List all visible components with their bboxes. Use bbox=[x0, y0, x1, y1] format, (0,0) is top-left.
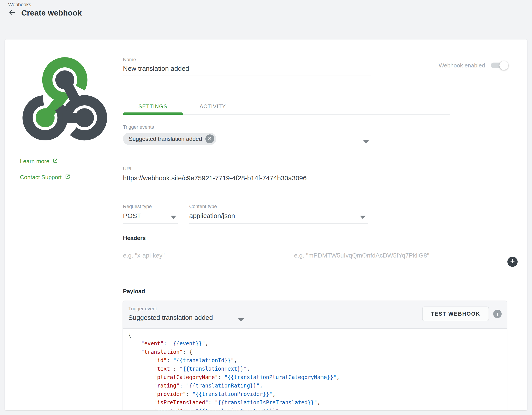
contact-support-link[interactable]: Contact Support bbox=[20, 174, 70, 181]
request-type-select[interactable]: Request type POST bbox=[123, 204, 178, 224]
request-type-value[interactable]: POST bbox=[123, 212, 178, 220]
learn-more-link[interactable]: Learn more bbox=[20, 158, 58, 165]
name-label: Name bbox=[123, 57, 371, 63]
external-link-icon bbox=[65, 174, 70, 181]
content-type-select[interactable]: Content type application/json bbox=[189, 204, 368, 224]
page-title: Create webhook bbox=[21, 9, 82, 17]
payload-trigger-event-label: Trigger event bbox=[128, 306, 248, 312]
chip-row: Suggested translation added bbox=[123, 133, 371, 145]
webhook-enabled-row: Webhook enabled bbox=[439, 61, 508, 70]
back-arrow-icon bbox=[8, 9, 16, 17]
payload-panel-header: Trigger event Suggested translation adde… bbox=[123, 301, 507, 328]
header-key-field bbox=[123, 248, 281, 264]
close-icon bbox=[207, 136, 212, 142]
toggle-thumb bbox=[499, 61, 508, 70]
header-key-input[interactable] bbox=[123, 252, 281, 259]
webhook-enabled-toggle[interactable] bbox=[491, 63, 508, 68]
payload-trigger-event-select[interactable]: Trigger event Suggested translation adde… bbox=[128, 306, 248, 326]
headers-title: Headers bbox=[123, 235, 146, 242]
tab-settings-label: SETTINGS bbox=[139, 103, 167, 109]
contact-support-label: Contact Support bbox=[20, 174, 62, 181]
header-value-input[interactable] bbox=[294, 252, 484, 259]
back-button[interactable] bbox=[8, 9, 16, 17]
external-link-icon bbox=[53, 158, 58, 165]
url-input[interactable] bbox=[123, 174, 371, 182]
payload-trigger-event-value[interactable]: Suggested translation added bbox=[128, 314, 248, 321]
create-webhook-screen: Webhooks Create webhook bbox=[0, 0, 532, 415]
trigger-events-label: Trigger events bbox=[123, 124, 371, 130]
name-input[interactable] bbox=[123, 65, 371, 72]
tab-activity[interactable]: ACTIVITY bbox=[183, 99, 243, 114]
name-field: Name bbox=[123, 57, 371, 75]
breadcrumb[interactable]: Webhooks bbox=[8, 2, 31, 8]
learn-more-label: Learn more bbox=[20, 158, 49, 165]
tab-settings[interactable]: SETTINGS bbox=[123, 99, 183, 114]
url-field: URL bbox=[123, 166, 371, 186]
request-type-label: Request type bbox=[123, 204, 178, 209]
webhook-logo bbox=[21, 55, 109, 144]
payload-panel: Trigger event Suggested translation adde… bbox=[123, 301, 507, 410]
chip-remove-button[interactable] bbox=[205, 134, 214, 143]
header-value-field bbox=[294, 248, 484, 264]
tab-activity-label: ACTIVITY bbox=[200, 103, 226, 109]
add-header-button[interactable] bbox=[507, 257, 518, 267]
webhook-enabled-label: Webhook enabled bbox=[439, 62, 485, 69]
chip-label: Suggested translation added bbox=[129, 136, 202, 142]
plus-icon bbox=[509, 258, 516, 266]
info-icon[interactable]: i bbox=[493, 310, 502, 318]
url-label: URL bbox=[123, 166, 371, 172]
payload-code-lines: { "event": "{{event}}", "translation": {… bbox=[128, 331, 503, 410]
tabstrip: SETTINGS ACTIVITY bbox=[123, 99, 450, 115]
active-tab-indicator bbox=[123, 112, 183, 115]
payload-trigger-event-caret-icon[interactable] bbox=[238, 318, 244, 322]
content-type-caret-icon[interactable] bbox=[360, 216, 366, 219]
trigger-events-field[interactable]: Trigger events Suggested translation add… bbox=[123, 124, 371, 150]
test-webhook-button[interactable]: TEST WEBHOOK bbox=[422, 306, 489, 321]
request-type-caret-icon[interactable] bbox=[171, 216, 176, 219]
payload-title: Payload bbox=[123, 288, 145, 295]
trigger-events-caret-icon[interactable] bbox=[363, 140, 369, 144]
trigger-event-chip[interactable]: Suggested translation added bbox=[123, 133, 216, 145]
content-type-label: Content type bbox=[189, 204, 368, 209]
title-row: Create webhook bbox=[8, 9, 82, 17]
payload-code-editor[interactable]: { "event": "{{event}}", "translation": {… bbox=[123, 328, 507, 410]
content-type-value[interactable]: application/json bbox=[189, 212, 368, 220]
webhook-form-card: Learn more Contact Support Name Webhook … bbox=[5, 40, 527, 410]
